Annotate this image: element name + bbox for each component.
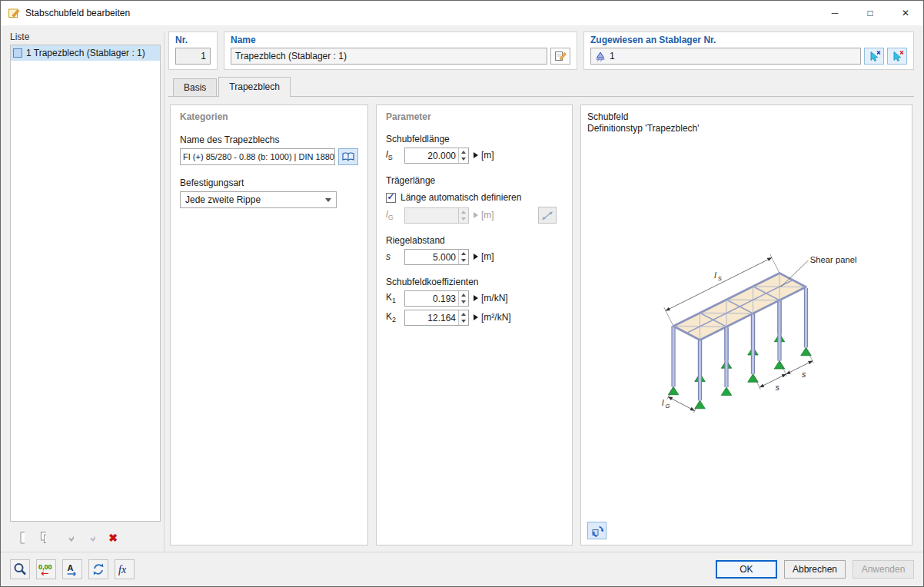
delete-x-icon: ✖ xyxy=(108,532,118,544)
maximize-button[interactable]: □ xyxy=(853,1,888,25)
parameter-panel: Parameter Schubfeldlänge lS 20.000 [m] T… xyxy=(376,104,573,546)
number-box: Nr. 1 xyxy=(168,32,218,70)
s-slider-arrow-icon[interactable] xyxy=(474,254,478,260)
name-label: Name xyxy=(231,35,570,48)
k2-unit: [m²/kN] xyxy=(481,312,526,323)
name-input[interactable]: Trapezblech (Stablager : 1) xyxy=(231,48,547,65)
ls-row: lS 20.000 [m] xyxy=(386,147,563,164)
formula-button[interactable]: fx xyxy=(115,559,135,579)
copy-sheets-icon xyxy=(38,530,46,546)
new-item-button[interactable] xyxy=(12,529,30,547)
minimize-button[interactable]: ─ xyxy=(817,1,853,25)
number-label: Nr. xyxy=(175,35,211,48)
lg-unit: [m] xyxy=(481,210,526,221)
s-spinner[interactable] xyxy=(458,250,468,264)
k1-input[interactable]: 0.193 xyxy=(404,290,469,307)
s-input[interactable]: 5.000 xyxy=(404,249,469,265)
fx-icon: fx xyxy=(116,561,133,578)
main-area: Nr. 1 Name Trapezblech (Stablager : 1) xyxy=(168,32,914,552)
k1-unit: [m/kN] xyxy=(481,293,526,303)
befestigungsart-label: Befestigungsart xyxy=(180,177,358,188)
k1-value: 0.193 xyxy=(405,291,458,306)
regenerate-image-button[interactable] xyxy=(587,522,607,539)
units-button[interactable]: A xyxy=(62,559,82,579)
apply-to-all-button[interactable] xyxy=(61,529,79,547)
dialog-window: Stabschubfeld bearbeiten ─ □ ✕ Liste 1 T… xyxy=(0,0,924,587)
lg-spinner[interactable] xyxy=(458,208,468,223)
k2-spinner[interactable] xyxy=(458,310,468,325)
magnifier-icon xyxy=(12,561,28,578)
preview-3d-view[interactable]: l S l G xyxy=(581,105,904,524)
dim-s1-label: s xyxy=(775,383,779,392)
lg-value xyxy=(405,208,458,223)
help-search-button[interactable] xyxy=(10,559,30,579)
footer-bar: 0,00 A fx OK Abbrechen xyxy=(1,552,923,586)
dialog-body: Liste 1 Trapezblech (Stablager : 1) xyxy=(1,25,923,552)
circular-arrows-icon xyxy=(90,561,107,578)
list-toolbar: ✖ xyxy=(10,522,161,552)
tab-content: Kategorien Name des Trapezblechs FI (+) … xyxy=(168,97,914,552)
auto-length-label: Länge automatisch definieren xyxy=(401,192,521,203)
tab-basis[interactable]: Basis xyxy=(173,78,217,96)
s-value: 5.000 xyxy=(405,250,458,264)
delete-item-button[interactable]: ✖ xyxy=(104,529,122,547)
trapezblech-name-field[interactable]: FI (+) 85/280 - 0.88 (b: 1000) | DIN 188… xyxy=(180,148,335,165)
lg-input[interactable] xyxy=(404,207,469,224)
pick-length-button[interactable] xyxy=(538,207,557,224)
assigned-label: Zugewiesen an Stablager Nr. xyxy=(590,35,907,48)
kategorien-header: Kategorien xyxy=(180,111,358,122)
ls-symbol: lS xyxy=(386,149,404,161)
k1-slider-arrow-icon[interactable] xyxy=(474,295,478,301)
preview-panel: Schubfeld Definitionstyp 'Trapezblech' xyxy=(580,104,912,546)
trapezblech-name-label: Name des Trapezblechs xyxy=(180,134,358,145)
dim-s2-label: s xyxy=(802,370,806,379)
window-icon xyxy=(8,7,20,19)
dimension-lg: l G xyxy=(662,386,700,413)
book-icon xyxy=(341,151,355,163)
ls-value: 20.000 xyxy=(405,148,458,163)
k2-slider-arrow-icon[interactable] xyxy=(474,314,478,320)
list-item-label: 1 Trapezblech (Stablager : 1) xyxy=(26,48,145,58)
s-symbol: s xyxy=(386,251,404,262)
ls-spinner[interactable] xyxy=(458,148,468,163)
dialog-buttons: OK Abbrechen Anwenden xyxy=(716,560,914,579)
ls-slider-arrow-icon[interactable] xyxy=(474,152,478,158)
ls-input[interactable]: 20.000 xyxy=(404,148,469,164)
lg-slider-arrow-icon[interactable] xyxy=(474,212,478,218)
apply-selection-button[interactable] xyxy=(82,529,101,547)
list-item[interactable]: 1 Trapezblech (Stablager : 1) xyxy=(11,45,160,61)
copy-item-button[interactable] xyxy=(33,529,52,547)
titlebar: Stabschubfeld bearbeiten ─ □ ✕ xyxy=(1,1,923,25)
refresh-view-button[interactable] xyxy=(88,559,108,579)
edit-pencil-icon xyxy=(553,49,567,63)
ok-button[interactable]: OK xyxy=(716,560,777,579)
shear-panel-list[interactable]: 1 Trapezblech (Stablager : 1) xyxy=(10,45,161,522)
apply-button[interactable]: Anwenden xyxy=(853,560,914,579)
lg-row: lG [m] xyxy=(386,207,563,224)
assigned-supports-field[interactable]: 1 xyxy=(590,48,861,65)
deselect-support-button[interactable] xyxy=(887,48,907,65)
cancel-button[interactable]: Abbrechen xyxy=(784,560,846,579)
s-unit: [m] xyxy=(481,251,526,262)
vertical-divider xyxy=(164,32,165,552)
shear-panel-label: Shear panel xyxy=(810,255,857,264)
decimal-places-button[interactable]: 0,00 xyxy=(36,559,56,579)
units-icon: A xyxy=(64,561,81,578)
library-button[interactable] xyxy=(338,148,358,165)
pick-arrow-remove-icon xyxy=(889,48,905,64)
decimal-places-icon: 0,00 xyxy=(38,561,55,578)
name-box: Name Trapezblech (Stablager : 1) xyxy=(224,32,577,70)
close-button[interactable]: ✕ xyxy=(888,1,923,25)
new-sheet-icon xyxy=(17,530,25,546)
k1-spinner[interactable] xyxy=(458,291,468,306)
tab-trapezblech[interactable]: Trapezblech xyxy=(218,77,291,97)
pick-support-button[interactable] xyxy=(864,48,884,65)
assigned-value: 1 xyxy=(610,51,615,61)
befestigungsart-select[interactable]: Jede zweite Rippe xyxy=(180,191,337,208)
units-letter: A xyxy=(68,563,74,572)
k1-row: K1 0.193 [m/kN] xyxy=(386,290,563,307)
edit-name-button[interactable] xyxy=(550,48,570,65)
befestigungsart-value: Jede zweite Rippe xyxy=(185,194,261,205)
k2-input[interactable]: 12.164 xyxy=(404,310,469,326)
auto-length-checkbox[interactable]: ✓ xyxy=(386,193,396,203)
